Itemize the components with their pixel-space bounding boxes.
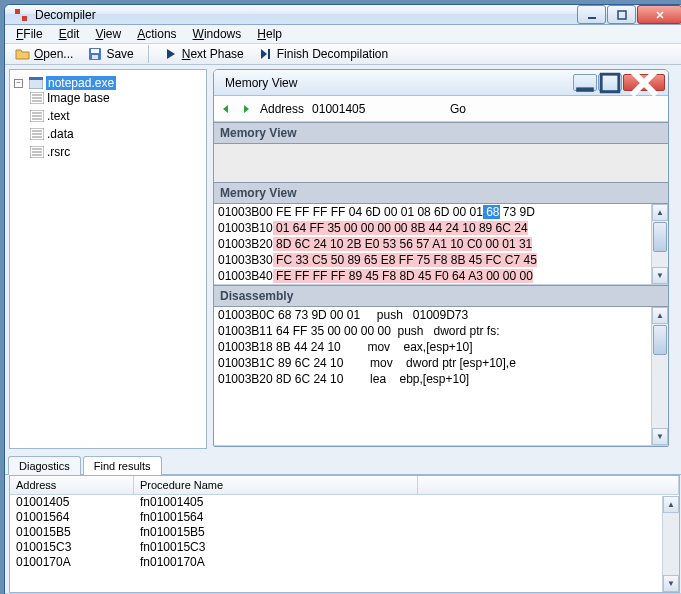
memory-view-window[interactable]: Memory View Address 01001405 Go Memory V… (213, 69, 669, 447)
tree-item[interactable]: Image base (30, 91, 110, 105)
menu-actions[interactable]: Actions (130, 25, 183, 43)
menu-view[interactable]: View (88, 25, 128, 43)
hex-row[interactable]: 01003B40 FE FF FF FF 89 45 F8 8D 45 F0 6… (214, 268, 651, 284)
disasm-row[interactable]: 01003B20 8D 6C 24 10 lea ebp,[esp+10] (214, 371, 651, 387)
scroll-down-icon[interactable]: ▼ (663, 575, 679, 592)
client-area: − notepad.exe Image base .text .data .rs… (5, 65, 681, 594)
list-row[interactable]: 010015B5fn010015B5 (10, 525, 679, 540)
scroll-up-icon[interactable]: ▲ (652, 307, 668, 324)
hex-row[interactable]: 01003B00 FE FF FF FF 04 6D 00 01 08 6D 0… (214, 204, 651, 220)
menu-help[interactable]: Help (250, 25, 289, 43)
main-window: Decompiler FFileFile Edit View Actions W… (4, 4, 681, 594)
address-value[interactable]: 01001405 (312, 102, 442, 116)
scroll-up-icon[interactable]: ▲ (652, 204, 668, 221)
menubar: FFileFile Edit View Actions Windows Help (5, 25, 681, 44)
toolbar: Open... Save Next Phase Finish Decompila… (5, 44, 681, 65)
tree-pane[interactable]: − notepad.exe Image base .text .data .rs… (9, 69, 207, 449)
segment-icon (30, 128, 44, 140)
tree-item[interactable]: .rsrc (30, 145, 70, 159)
toolbar-separator (148, 45, 149, 63)
play-icon (163, 46, 179, 62)
window-title: Decompiler (35, 8, 576, 22)
segment-icon (30, 146, 44, 158)
disassembly-header: Disassembly (214, 285, 668, 307)
header-address[interactable]: Address (10, 476, 134, 494)
save-icon (87, 46, 103, 62)
svg-rect-5 (91, 49, 99, 53)
memory-view-title: Memory View (225, 76, 572, 90)
tree-root[interactable]: − notepad.exe (14, 76, 116, 90)
find-results-list[interactable]: Address Procedure Name 01001405fn0100140… (9, 476, 680, 593)
memory-view-titlebar[interactable]: Memory View (214, 70, 668, 96)
list-row[interactable]: 01001405fn01001405 (10, 495, 679, 510)
list-headers[interactable]: Address Procedure Name (10, 476, 679, 495)
menu-file[interactable]: FFileFile (9, 25, 50, 43)
minimize-button[interactable] (577, 5, 606, 24)
segment-icon (30, 92, 44, 104)
play-end-icon (258, 46, 274, 62)
scroll-thumb[interactable] (653, 325, 667, 355)
svg-rect-28 (576, 87, 594, 91)
disasm-row[interactable]: 01003B11 64 FF 35 00 00 00 00 push dword… (214, 323, 651, 339)
header-procname[interactable]: Procedure Name (134, 476, 418, 494)
hex-row[interactable]: 01003B20 8D 6C 24 10 2B E0 53 56 57 A1 1… (214, 236, 651, 252)
titlebar[interactable]: Decompiler (5, 5, 681, 25)
menu-windows[interactable]: Windows (186, 25, 249, 43)
save-button[interactable]: Save (83, 44, 137, 64)
empty-memory-area (214, 144, 668, 182)
tree-item[interactable]: .data (30, 127, 74, 141)
list-row[interactable]: 010015C3fn010015C3 (10, 540, 679, 555)
collapse-icon[interactable]: − (14, 79, 23, 88)
tree-root-label[interactable]: notepad.exe (46, 76, 116, 90)
disasm-row[interactable]: 01003B18 8B 44 24 10 mov eax,[esp+10] (214, 339, 651, 355)
nav-forward-button[interactable] (240, 103, 252, 115)
tab-diagnostics[interactable]: Diagostics (8, 456, 81, 475)
address-bar: Address 01001405 Go (214, 96, 668, 122)
section-header-1: Memory View (214, 122, 668, 144)
mv-maximize-button[interactable] (598, 74, 622, 91)
section-header-2: Memory View (214, 182, 668, 204)
hex-row[interactable]: 01003B30 FC 33 C5 50 89 65 E8 FF 75 F8 8… (214, 252, 651, 268)
svg-rect-6 (92, 55, 98, 59)
disassembly-view[interactable]: 01003B0C 68 73 9D 00 01 push 01009D73 01… (214, 307, 668, 387)
scroll-up-icon[interactable]: ▲ (663, 496, 679, 513)
scroll-down-icon[interactable]: ▼ (652, 267, 668, 284)
svg-rect-9 (29, 77, 43, 80)
scroll-thumb[interactable] (653, 222, 667, 252)
disasm-row[interactable]: 01003B0C 68 73 9D 00 01 push 01009D73 (214, 307, 651, 323)
tree-item[interactable]: .text (30, 109, 70, 123)
go-button[interactable]: Go (450, 102, 466, 116)
svg-rect-29 (601, 74, 619, 92)
segment-icon (30, 110, 44, 122)
close-button[interactable] (637, 5, 681, 24)
app-icon (13, 7, 29, 23)
address-label: Address (260, 102, 304, 116)
svg-rect-2 (588, 17, 596, 19)
list-row[interactable]: 0100170Afn0100170A (10, 555, 679, 570)
hex-row[interactable]: 01003B10 01 64 FF 35 00 00 00 00 8B 44 2… (214, 220, 651, 236)
folder-open-icon (15, 46, 31, 62)
nav-back-button[interactable] (220, 103, 232, 115)
svg-rect-3 (618, 11, 626, 19)
list-row[interactable]: 01001564fn01001564 (10, 510, 679, 525)
next-phase-button[interactable]: Next Phase (159, 44, 248, 64)
hex-view[interactable]: 01003B00 FE FF FF FF 04 6D 00 01 08 6D 0… (214, 204, 668, 284)
svg-rect-0 (15, 9, 20, 14)
mv-close-button[interactable] (623, 74, 665, 91)
svg-rect-7 (268, 49, 270, 59)
finish-button[interactable]: Finish Decompilation (254, 44, 392, 64)
hex-scrollbar[interactable]: ▲ ▼ (651, 204, 668, 284)
menu-edit[interactable]: Edit (52, 25, 87, 43)
list-scrollbar[interactable]: ▲ ▼ (662, 496, 679, 592)
svg-rect-1 (22, 16, 27, 21)
lower-tabs: Diagostics Find results (5, 453, 681, 475)
disasm-row[interactable]: 01003B1C 89 6C 24 10 mov dword ptr [esp+… (214, 355, 651, 371)
maximize-button[interactable] (607, 5, 636, 24)
header-empty[interactable] (418, 476, 679, 494)
scroll-down-icon[interactable]: ▼ (652, 428, 668, 445)
disasm-scrollbar[interactable]: ▲ ▼ (651, 307, 668, 445)
tab-find-results[interactable]: Find results (83, 456, 162, 475)
exe-icon (29, 77, 43, 89)
open-button[interactable]: Open... (11, 44, 77, 64)
mv-minimize-button[interactable] (573, 74, 597, 91)
